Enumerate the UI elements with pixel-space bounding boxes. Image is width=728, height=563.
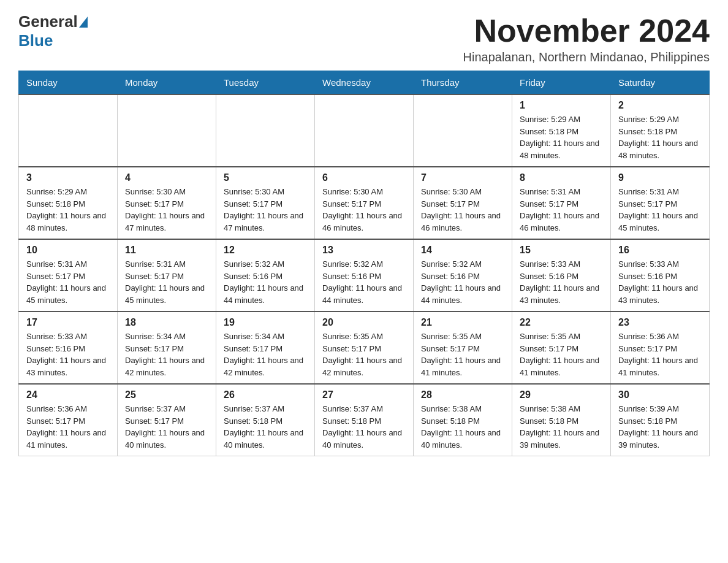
logo-blue-text: Blue bbox=[18, 31, 88, 50]
calendar-week-3: 10Sunrise: 5:31 AMSunset: 5:17 PMDayligh… bbox=[19, 239, 710, 312]
weekday-header-saturday: Saturday bbox=[611, 71, 710, 95]
calendar-cell: 19Sunrise: 5:34 AMSunset: 5:17 PMDayligh… bbox=[216, 312, 315, 384]
calendar-cell: 28Sunrise: 5:38 AMSunset: 5:18 PMDayligh… bbox=[414, 384, 512, 456]
day-info: Sunrise: 5:37 AMSunset: 5:18 PMDaylight:… bbox=[322, 404, 402, 450]
day-number: 20 bbox=[322, 317, 406, 328]
calendar-cell: 23Sunrise: 5:36 AMSunset: 5:17 PMDayligh… bbox=[611, 312, 710, 384]
day-info: Sunrise: 5:35 AMSunset: 5:17 PMDaylight:… bbox=[520, 332, 599, 377]
page-header: General Blue November 2024 Hinapalanan, … bbox=[18, 12, 710, 64]
day-info: Sunrise: 5:35 AMSunset: 5:17 PMDaylight:… bbox=[421, 332, 501, 377]
calendar-cell: 27Sunrise: 5:37 AMSunset: 5:18 PMDayligh… bbox=[315, 384, 414, 456]
calendar-cell: 29Sunrise: 5:38 AMSunset: 5:18 PMDayligh… bbox=[512, 384, 611, 456]
day-number: 7 bbox=[421, 172, 504, 183]
calendar-cell: 10Sunrise: 5:31 AMSunset: 5:17 PMDayligh… bbox=[19, 239, 118, 312]
month-title: November 2024 bbox=[463, 12, 710, 49]
calendar-cell: 5Sunrise: 5:30 AMSunset: 5:17 PMDaylight… bbox=[216, 167, 315, 239]
day-number: 27 bbox=[322, 389, 406, 400]
calendar-cell: 18Sunrise: 5:34 AMSunset: 5:17 PMDayligh… bbox=[118, 312, 216, 384]
calendar-week-1: 1Sunrise: 5:29 AMSunset: 5:18 PMDaylight… bbox=[19, 94, 710, 167]
day-number: 6 bbox=[322, 172, 406, 183]
day-info: Sunrise: 5:30 AMSunset: 5:17 PMDaylight:… bbox=[125, 187, 205, 232]
calendar-cell: 26Sunrise: 5:37 AMSunset: 5:18 PMDayligh… bbox=[216, 384, 315, 456]
calendar-cell: 9Sunrise: 5:31 AMSunset: 5:17 PMDaylight… bbox=[611, 167, 710, 239]
day-number: 18 bbox=[125, 317, 208, 328]
day-info: Sunrise: 5:34 AMSunset: 5:17 PMDaylight:… bbox=[125, 332, 205, 377]
day-info: Sunrise: 5:31 AMSunset: 5:17 PMDaylight:… bbox=[520, 187, 599, 232]
day-info: Sunrise: 5:32 AMSunset: 5:16 PMDaylight:… bbox=[224, 259, 303, 305]
day-number: 3 bbox=[26, 172, 110, 183]
day-number: 24 bbox=[26, 389, 110, 400]
day-info: Sunrise: 5:37 AMSunset: 5:17 PMDaylight:… bbox=[125, 404, 205, 450]
day-info: Sunrise: 5:33 AMSunset: 5:16 PMDaylight:… bbox=[618, 259, 698, 305]
calendar-cell: 8Sunrise: 5:31 AMSunset: 5:17 PMDaylight… bbox=[512, 167, 611, 239]
calendar-cell: 13Sunrise: 5:32 AMSunset: 5:16 PMDayligh… bbox=[315, 239, 414, 312]
day-number: 26 bbox=[224, 389, 307, 400]
day-number: 14 bbox=[421, 245, 504, 256]
calendar-cell: 6Sunrise: 5:30 AMSunset: 5:17 PMDaylight… bbox=[315, 167, 414, 239]
day-number: 23 bbox=[618, 317, 702, 328]
calendar-cell bbox=[19, 94, 118, 167]
day-info: Sunrise: 5:33 AMSunset: 5:16 PMDaylight:… bbox=[26, 332, 106, 377]
calendar-cell: 4Sunrise: 5:30 AMSunset: 5:17 PMDaylight… bbox=[118, 167, 216, 239]
day-info: Sunrise: 5:31 AMSunset: 5:17 PMDaylight:… bbox=[125, 259, 205, 305]
day-info: Sunrise: 5:36 AMSunset: 5:17 PMDaylight:… bbox=[26, 404, 106, 450]
day-number: 5 bbox=[224, 172, 307, 183]
calendar-week-5: 24Sunrise: 5:36 AMSunset: 5:17 PMDayligh… bbox=[19, 384, 710, 456]
day-info: Sunrise: 5:32 AMSunset: 5:16 PMDaylight:… bbox=[322, 259, 402, 305]
calendar-cell bbox=[315, 94, 414, 167]
calendar-cell: 22Sunrise: 5:35 AMSunset: 5:17 PMDayligh… bbox=[512, 312, 611, 384]
location-title: Hinapalanan, Northern Mindanao, Philippi… bbox=[463, 50, 710, 64]
calendar-cell bbox=[118, 94, 216, 167]
day-info: Sunrise: 5:29 AMSunset: 5:18 PMDaylight:… bbox=[618, 115, 698, 160]
day-number: 9 bbox=[618, 172, 702, 183]
calendar-cell: 12Sunrise: 5:32 AMSunset: 5:16 PMDayligh… bbox=[216, 239, 315, 312]
day-info: Sunrise: 5:31 AMSunset: 5:17 PMDaylight:… bbox=[26, 259, 106, 305]
calendar-table: SundayMondayTuesdayWednesdayThursdayFrid… bbox=[18, 71, 710, 456]
calendar-cell: 30Sunrise: 5:39 AMSunset: 5:18 PMDayligh… bbox=[611, 384, 710, 456]
day-number: 15 bbox=[520, 245, 603, 256]
calendar-cell: 15Sunrise: 5:33 AMSunset: 5:16 PMDayligh… bbox=[512, 239, 611, 312]
day-number: 29 bbox=[520, 389, 603, 400]
day-info: Sunrise: 5:30 AMSunset: 5:17 PMDaylight:… bbox=[224, 187, 303, 232]
calendar-header-row: SundayMondayTuesdayWednesdayThursdayFrid… bbox=[19, 71, 710, 95]
logo-general-text: General bbox=[18, 12, 78, 31]
calendar-cell: 2Sunrise: 5:29 AMSunset: 5:18 PMDaylight… bbox=[611, 94, 710, 167]
calendar-cell: 1Sunrise: 5:29 AMSunset: 5:18 PMDaylight… bbox=[512, 94, 611, 167]
weekday-header-tuesday: Tuesday bbox=[216, 71, 315, 95]
day-info: Sunrise: 5:38 AMSunset: 5:18 PMDaylight:… bbox=[421, 404, 501, 450]
day-info: Sunrise: 5:30 AMSunset: 5:17 PMDaylight:… bbox=[322, 187, 402, 232]
day-info: Sunrise: 5:32 AMSunset: 5:16 PMDaylight:… bbox=[421, 259, 501, 305]
day-info: Sunrise: 5:39 AMSunset: 5:18 PMDaylight:… bbox=[618, 404, 698, 450]
day-number: 10 bbox=[26, 245, 110, 256]
day-info: Sunrise: 5:38 AMSunset: 5:18 PMDaylight:… bbox=[520, 404, 599, 450]
weekday-header-wednesday: Wednesday bbox=[315, 71, 414, 95]
calendar-cell: 16Sunrise: 5:33 AMSunset: 5:16 PMDayligh… bbox=[611, 239, 710, 312]
calendar-cell: 11Sunrise: 5:31 AMSunset: 5:17 PMDayligh… bbox=[118, 239, 216, 312]
day-number: 8 bbox=[520, 172, 603, 183]
day-number: 1 bbox=[520, 100, 603, 111]
calendar-cell bbox=[414, 94, 512, 167]
day-info: Sunrise: 5:37 AMSunset: 5:18 PMDaylight:… bbox=[224, 404, 303, 450]
calendar-cell: 25Sunrise: 5:37 AMSunset: 5:17 PMDayligh… bbox=[118, 384, 216, 456]
day-info: Sunrise: 5:30 AMSunset: 5:17 PMDaylight:… bbox=[421, 187, 501, 232]
day-number: 12 bbox=[224, 245, 307, 256]
weekday-header-friday: Friday bbox=[512, 71, 611, 95]
calendar-cell: 17Sunrise: 5:33 AMSunset: 5:16 PMDayligh… bbox=[19, 312, 118, 384]
day-number: 21 bbox=[421, 317, 504, 328]
day-info: Sunrise: 5:34 AMSunset: 5:17 PMDaylight:… bbox=[224, 332, 303, 377]
calendar-cell: 3Sunrise: 5:29 AMSunset: 5:18 PMDaylight… bbox=[19, 167, 118, 239]
day-info: Sunrise: 5:33 AMSunset: 5:16 PMDaylight:… bbox=[520, 259, 599, 305]
day-info: Sunrise: 5:29 AMSunset: 5:18 PMDaylight:… bbox=[26, 187, 106, 232]
day-number: 11 bbox=[125, 245, 208, 256]
day-number: 17 bbox=[26, 317, 110, 328]
calendar-week-4: 17Sunrise: 5:33 AMSunset: 5:16 PMDayligh… bbox=[19, 312, 710, 384]
day-number: 28 bbox=[421, 389, 504, 400]
day-number: 22 bbox=[520, 317, 603, 328]
day-number: 13 bbox=[322, 245, 406, 256]
calendar-cell: 24Sunrise: 5:36 AMSunset: 5:17 PMDayligh… bbox=[19, 384, 118, 456]
day-number: 25 bbox=[125, 389, 208, 400]
weekday-header-sunday: Sunday bbox=[19, 71, 118, 95]
day-number: 4 bbox=[125, 172, 208, 183]
day-info: Sunrise: 5:29 AMSunset: 5:18 PMDaylight:… bbox=[520, 115, 599, 160]
logo-triangle-icon bbox=[79, 17, 88, 28]
